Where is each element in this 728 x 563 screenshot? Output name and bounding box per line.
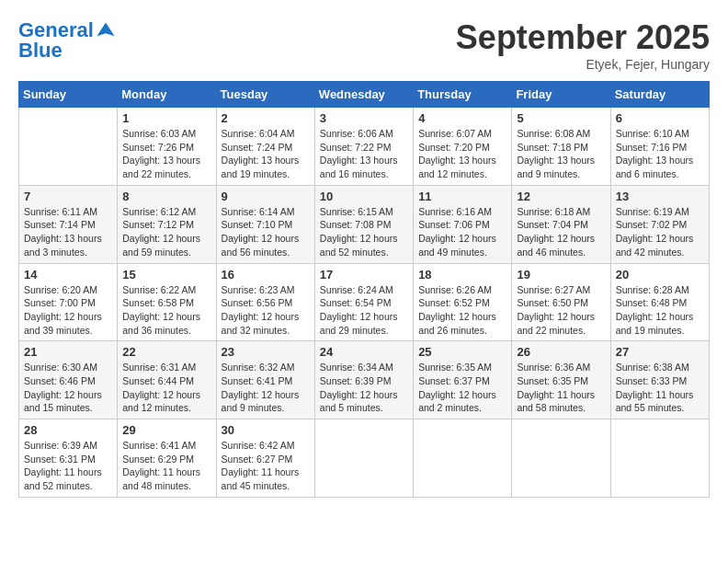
calendar-cell: 5 Sunrise: 6:08 AMSunset: 7:18 PMDayligh…: [512, 108, 610, 186]
day-info: Sunrise: 6:03 AMSunset: 7:26 PMDaylight:…: [122, 127, 210, 181]
day-info: Sunrise: 6:19 AMSunset: 7:02 PMDaylight:…: [616, 205, 704, 259]
day-info: Sunrise: 6:22 AMSunset: 6:58 PMDaylight:…: [122, 283, 210, 338]
day-info: Sunrise: 6:35 AMSunset: 6:37 PMDaylight:…: [418, 361, 506, 415]
day-number: 27: [616, 345, 704, 359]
day-number: 21: [24, 345, 112, 359]
calendar-cell: 22 Sunrise: 6:31 AMSunset: 6:44 PMDaylig…: [118, 341, 216, 419]
day-info: Sunrise: 6:08 AMSunset: 7:18 PMDaylight:…: [517, 127, 605, 181]
day-number: 14: [24, 268, 112, 282]
day-number: 26: [517, 345, 605, 359]
day-info: Sunrise: 6:30 AMSunset: 6:46 PMDaylight:…: [24, 361, 112, 415]
day-number: 8: [122, 190, 210, 203]
day-number: 2: [222, 111, 310, 125]
day-number: 23: [222, 345, 310, 359]
calendar-cell: 3 Sunrise: 6:06 AMSunset: 7:22 PMDayligh…: [314, 108, 413, 186]
day-info: Sunrise: 6:27 AMSunset: 6:50 PMDaylight:…: [517, 283, 605, 338]
col-header-friday: Friday: [512, 82, 610, 108]
calendar-cell: 24 Sunrise: 6:34 AMSunset: 6:39 PMDaylig…: [314, 341, 413, 419]
calendar-cell: 29 Sunrise: 6:41 AMSunset: 6:29 PMDaylig…: [118, 419, 216, 498]
calendar-cell: 10 Sunrise: 6:15 AMSunset: 7:08 PMDaylig…: [314, 185, 413, 263]
day-info: Sunrise: 6:28 AMSunset: 6:48 PMDaylight:…: [616, 283, 704, 338]
calendar-cell: 27 Sunrise: 6:38 AMSunset: 6:33 PMDaylig…: [610, 341, 709, 419]
day-number: 29: [122, 423, 210, 437]
calendar-cell: 23 Sunrise: 6:32 AMSunset: 6:41 PMDaylig…: [216, 341, 314, 419]
col-header-sunday: Sunday: [19, 82, 118, 108]
title-section: September 2025 Etyek, Fejer, Hungary: [456, 18, 710, 72]
day-info: Sunrise: 6:07 AMSunset: 7:20 PMDaylight:…: [418, 127, 506, 181]
day-number: 6: [616, 111, 704, 125]
calendar-cell: 25 Sunrise: 6:35 AMSunset: 6:37 PMDaylig…: [414, 341, 512, 419]
day-number: 5: [517, 111, 605, 125]
day-number: 3: [320, 111, 408, 125]
col-header-thursday: Thursday: [414, 82, 512, 108]
calendar-cell: 2 Sunrise: 6:04 AMSunset: 7:24 PMDayligh…: [216, 108, 314, 186]
calendar-table: SundayMondayTuesdayWednesdayThursdayFrid…: [18, 81, 710, 498]
day-number: 22: [122, 345, 210, 359]
calendar-cell: 4 Sunrise: 6:07 AMSunset: 7:20 PMDayligh…: [414, 108, 512, 186]
logo-icon: [96, 21, 116, 41]
location: Etyek, Fejer, Hungary: [456, 57, 710, 72]
calendar-cell: 20 Sunrise: 6:28 AMSunset: 6:48 PMDaylig…: [610, 263, 709, 341]
calendar-cell: 28 Sunrise: 6:39 AMSunset: 6:31 PMDaylig…: [19, 419, 118, 498]
day-number: 1: [122, 111, 210, 125]
day-info: Sunrise: 6:16 AMSunset: 7:06 PMDaylight:…: [418, 205, 506, 259]
day-info: Sunrise: 6:11 AMSunset: 7:14 PMDaylight:…: [24, 205, 112, 259]
day-info: Sunrise: 6:23 AMSunset: 6:56 PMDaylight:…: [222, 283, 310, 338]
day-info: Sunrise: 6:06 AMSunset: 7:22 PMDaylight:…: [320, 127, 408, 181]
day-number: 11: [418, 190, 506, 203]
calendar-cell: 26 Sunrise: 6:36 AMSunset: 6:35 PMDaylig…: [512, 341, 610, 419]
day-info: Sunrise: 6:32 AMSunset: 6:41 PMDaylight:…: [222, 361, 310, 415]
day-number: 12: [517, 190, 605, 203]
calendar-cell: 14 Sunrise: 6:20 AMSunset: 7:00 PMDaylig…: [19, 263, 118, 341]
day-number: 19: [517, 268, 605, 282]
day-info: Sunrise: 6:26 AMSunset: 6:52 PMDaylight:…: [418, 283, 506, 338]
day-info: Sunrise: 6:10 AMSunset: 7:16 PMDaylight:…: [616, 127, 704, 181]
day-number: 18: [418, 268, 506, 282]
day-number: 15: [122, 268, 210, 282]
calendar-cell: 15 Sunrise: 6:22 AMSunset: 6:58 PMDaylig…: [118, 263, 216, 341]
calendar-cell: 16 Sunrise: 6:23 AMSunset: 6:56 PMDaylig…: [216, 263, 314, 341]
calendar-cell: 12 Sunrise: 6:18 AMSunset: 7:04 PMDaylig…: [512, 185, 610, 263]
calendar-cell: [610, 419, 709, 498]
col-header-monday: Monday: [118, 82, 216, 108]
day-info: Sunrise: 6:42 AMSunset: 6:27 PMDaylight:…: [222, 439, 310, 493]
col-header-tuesday: Tuesday: [216, 82, 314, 108]
day-number: 20: [616, 268, 704, 282]
logo: General Blue: [18, 18, 116, 63]
day-info: Sunrise: 6:18 AMSunset: 7:04 PMDaylight:…: [517, 205, 605, 259]
day-info: Sunrise: 6:34 AMSunset: 6:39 PMDaylight:…: [320, 361, 408, 415]
calendar-cell: 18 Sunrise: 6:26 AMSunset: 6:52 PMDaylig…: [414, 263, 512, 341]
page-header: General Blue September 2025 Etyek, Fejer…: [18, 18, 710, 72]
day-info: Sunrise: 6:12 AMSunset: 7:12 PMDaylight:…: [122, 205, 210, 259]
calendar-cell: 7 Sunrise: 6:11 AMSunset: 7:14 PMDayligh…: [19, 185, 118, 263]
calendar-cell: 8 Sunrise: 6:12 AMSunset: 7:12 PMDayligh…: [118, 185, 216, 263]
calendar-cell: 13 Sunrise: 6:19 AMSunset: 7:02 PMDaylig…: [610, 185, 709, 263]
day-info: Sunrise: 6:41 AMSunset: 6:29 PMDaylight:…: [122, 439, 210, 493]
day-info: Sunrise: 6:20 AMSunset: 7:00 PMDaylight:…: [24, 283, 112, 338]
month-title: September 2025: [456, 18, 710, 57]
calendar-cell: 17 Sunrise: 6:24 AMSunset: 6:54 PMDaylig…: [314, 263, 413, 341]
day-info: Sunrise: 6:04 AMSunset: 7:24 PMDaylight:…: [222, 127, 310, 181]
day-info: Sunrise: 6:38 AMSunset: 6:33 PMDaylight:…: [616, 361, 704, 415]
day-number: 13: [616, 190, 704, 203]
day-info: Sunrise: 6:14 AMSunset: 7:10 PMDaylight:…: [222, 205, 310, 259]
calendar-cell: 30 Sunrise: 6:42 AMSunset: 6:27 PMDaylig…: [216, 419, 314, 498]
day-number: 10: [320, 190, 408, 203]
day-number: 28: [24, 423, 112, 437]
day-number: 24: [320, 345, 408, 359]
day-number: 9: [222, 190, 310, 203]
day-info: Sunrise: 6:15 AMSunset: 7:08 PMDaylight:…: [320, 205, 408, 259]
col-header-wednesday: Wednesday: [314, 82, 413, 108]
day-number: 17: [320, 268, 408, 282]
calendar-cell: 19 Sunrise: 6:27 AMSunset: 6:50 PMDaylig…: [512, 263, 610, 341]
calendar-cell: [314, 419, 413, 498]
calendar-cell: [414, 419, 512, 498]
calendar-cell: 9 Sunrise: 6:14 AMSunset: 7:10 PMDayligh…: [216, 185, 314, 263]
day-info: Sunrise: 6:31 AMSunset: 6:44 PMDaylight:…: [122, 361, 210, 415]
day-info: Sunrise: 6:24 AMSunset: 6:54 PMDaylight:…: [320, 283, 408, 338]
day-number: 16: [222, 268, 310, 282]
day-number: 7: [24, 190, 112, 203]
day-number: 4: [418, 111, 506, 125]
calendar-cell: 1 Sunrise: 6:03 AMSunset: 7:26 PMDayligh…: [118, 108, 216, 186]
calendar-cell: 21 Sunrise: 6:30 AMSunset: 6:46 PMDaylig…: [19, 341, 118, 419]
